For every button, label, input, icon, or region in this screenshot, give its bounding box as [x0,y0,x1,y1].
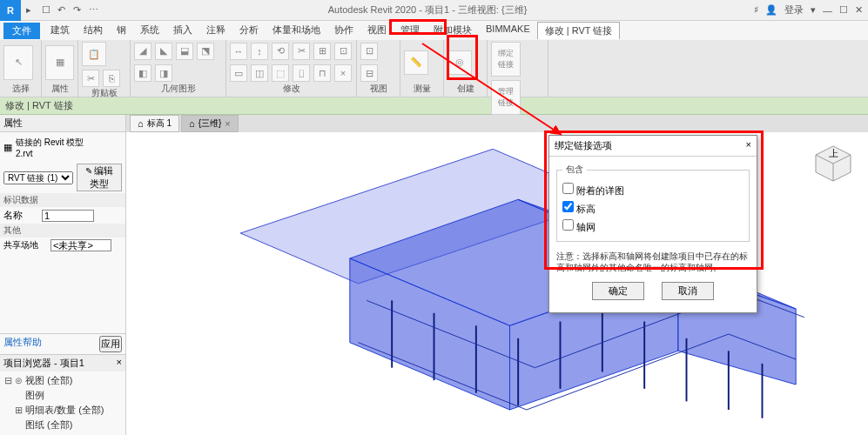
tree-node[interactable]: ⊟ ⊙ 视图 (全部) [3,373,122,388]
qat-undo-icon[interactable]: ↶ [57,4,70,17]
ribbon-group-label: 选择 [3,83,37,95]
annotation-arrow [418,39,592,144]
name-input[interactable] [42,210,94,222]
ok-button[interactable]: 确定 [592,282,644,300]
search-icon[interactable]: ♯ [754,4,758,16]
type-selector[interactable]: RVT 链接 (1) [3,171,73,184]
modify-icon[interactable]: ⌷ [293,64,310,82]
menu-tab[interactable]: 钢 [110,22,133,39]
paste-icon[interactable]: 📋 [82,42,106,66]
menu-tab[interactable]: 视图 [360,22,394,39]
modify-icon[interactable]: ⊡ [334,43,352,60]
tree-node[interactable]: 图例 [3,388,122,403]
qat-more-icon[interactable]: ⋯ [89,4,101,17]
tab-close-icon[interactable]: × [225,118,230,129]
menu-tab[interactable]: 管理 [394,22,427,39]
modify-icon[interactable]: ↕ [251,43,268,60]
other-section: 其他 [0,224,125,238]
user-icon[interactable]: 👤 [765,4,777,16]
modify-tool-icon[interactable]: ↖ [3,45,33,80]
menu-tab[interactable]: 插入 [166,22,199,39]
element-type-label: 链接的 Revit 模型 2.rvt [16,137,84,158]
qat-redo-icon[interactable]: ↷ [73,4,85,17]
properties-title: 属性 [0,115,125,132]
cancel-button[interactable]: 取消 [662,282,714,300]
edit-type-button[interactable]: ✎ 编辑类型 [77,164,122,191]
menu-tab[interactable]: 修改 | RVT 链接 [537,22,621,39]
id-data-section: 标识数据 [0,193,125,207]
qat-open-icon[interactable]: ▸ [26,4,38,17]
tree-node[interactable]: 图纸 (全部) [3,418,122,432]
browser-close-icon[interactable]: × [117,357,122,370]
geom-icon[interactable]: ◧ [134,64,151,82]
view-icon[interactable]: ⊡ [360,43,378,60]
name-label: 名称 [3,209,38,222]
shared-site-value[interactable] [50,239,111,251]
modify-icon[interactable]: × [334,64,352,82]
geom-icon[interactable]: ◣ [155,43,172,60]
modify-icon[interactable]: ⊓ [313,64,331,82]
home-icon: ⌂ [138,118,144,129]
menu-tab[interactable]: 注释 [199,22,232,39]
dialog-checkbox-row[interactable]: 附着的详图 [562,185,624,196]
geom-icon[interactable]: ◨ [155,64,172,82]
modify-icon[interactable]: ⟲ [272,43,289,60]
ribbon-group-label: 属性 [45,83,74,95]
modify-icon[interactable]: ✂ [293,43,310,60]
browser-title: 项目浏览器 - 项目1 [3,357,84,370]
view-tab[interactable]: ⌂{三维}× [181,115,239,132]
menu-tab[interactable]: 体量和场地 [266,22,327,39]
menu-tab[interactable]: 建筑 [44,22,77,39]
menu-tab[interactable]: 附加模块 [427,22,479,39]
app-logo[interactable]: R [0,0,21,21]
menu-tab[interactable]: 协作 [327,22,360,39]
menu-tab[interactable]: 分析 [232,22,266,39]
svg-line-21 [422,44,562,135]
apply-button[interactable]: 应用 [99,336,122,352]
view-tab[interactable]: ⌂标高 1 [130,115,179,132]
dialog-close-icon[interactable]: × [746,139,751,152]
modify-icon[interactable]: ⊞ [313,43,331,60]
shared-site-label: 共享场地 [3,239,47,251]
menu-tab[interactable]: 结构 [77,22,110,39]
menu-tab[interactable]: 系统 [133,22,166,39]
ribbon-group-label: 视图 [360,83,396,95]
geom-icon[interactable]: ⬓ [176,43,193,60]
modify-icon[interactable]: ⬚ [272,64,289,82]
modify-icon[interactable]: ▭ [230,64,247,82]
minimize-button[interactable]: — [823,5,832,16]
title-right: ♯ 👤 登录 ▾ — ☐ ✕ [749,3,868,17]
file-tab[interactable]: 文件 [3,23,40,39]
ribbon-group-label: 剪贴板 [82,87,126,99]
menu-bar: 文件 建筑结构钢系统插入注释分析体量和场地协作视图管理附加模块BIMMAKE修改… [0,21,868,40]
login-label[interactable]: 登录 [784,3,804,17]
title-bar: R ▸ ☐ ↶ ↷ ⋯ Autodesk Revit 2020 - 项目1 - … [0,0,868,21]
checkbox[interactable] [562,219,574,231]
properties-icon[interactable]: ▦ [45,45,74,80]
tree-node[interactable]: ⊞ 明细表/数量 (全部) [3,403,122,418]
checkbox[interactable] [562,201,574,212]
dialog-checkbox-row[interactable]: 轴网 [562,222,595,232]
view-icon[interactable]: ⊟ [360,64,378,82]
qat-save-icon[interactable]: ☐ [42,4,54,17]
element-type-icon: ▦ [3,142,12,153]
close-window-button[interactable]: ✕ [855,4,863,16]
modify-icon[interactable]: ↔ [230,43,247,60]
ribbon-group-label: 几何图形 [134,83,222,95]
dialog-checkbox-row[interactable]: 标高 [562,204,595,214]
quick-access-toolbar: ▸ ☐ ↶ ↷ ⋯ [21,4,106,17]
maximize-button[interactable]: ☐ [839,4,848,16]
app-title: Autodesk Revit 2020 - 项目1 - 三维视图: {三维} [106,3,749,17]
geom-icon[interactable]: ⬔ [197,43,214,60]
help-dropdown-icon[interactable]: ▾ [811,4,816,16]
viewcube[interactable]: 上 [812,143,854,184]
ribbon-group-label: 修改 [230,83,353,95]
dialog-note: 注意：选择标高和轴网将创建除项目中已存在的标高和轴网外的其他命名唯一的标高和轴网… [556,247,750,277]
menu-tab[interactable]: BIMMAKE [479,22,537,39]
properties-help-link[interactable]: 属性帮助 [3,336,42,352]
cut-icon[interactable]: ✂ [82,70,99,87]
checkbox[interactable] [562,183,574,194]
copy-icon[interactable]: ⎘ [103,70,120,87]
geom-icon[interactable]: ◢ [134,43,151,60]
modify-icon[interactable]: ◫ [251,64,268,82]
